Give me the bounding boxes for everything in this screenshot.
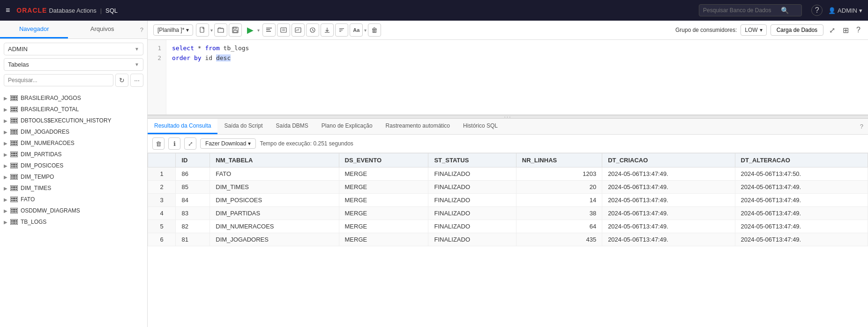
refresh-button[interactable]: ↻ — [115, 74, 128, 87]
download-result-button[interactable] — [321, 23, 334, 37]
new-file-button[interactable] — [196, 23, 209, 37]
cell-row-num: 6 — [148, 233, 176, 246]
sidebar-tab-navigator[interactable]: Navegador — [0, 21, 68, 38]
list-item[interactable]: ▶ DIM_NUMERACOES — [0, 137, 147, 149]
run-button[interactable]: ▶ — [245, 23, 256, 37]
table-row[interactable]: 2 85 DIM_TIMES MERGE FINALIZADO 20 2024-… — [148, 181, 868, 194]
grid-button[interactable]: ⊞ — [841, 25, 851, 36]
list-item[interactable]: ▶ DIM_TIMES — [0, 183, 147, 194]
tab-resultado-consulta[interactable]: Resultado da Consulta — [148, 119, 217, 134]
col-nr-linhas[interactable]: NR_LINHAS — [516, 153, 602, 167]
user-menu[interactable]: 👤 ADMIN ▾ — [828, 7, 862, 14]
table-row[interactable]: 3 84 DIM_POSICOES MERGE FINALIZADO 14 20… — [148, 194, 868, 207]
nav-actions: ? 👤 ADMIN ▾ — [811, 5, 862, 16]
more-options-button[interactable]: ··· — [130, 74, 143, 87]
sheet-dropdown[interactable]: [Planilha ]* ▾ — [153, 24, 193, 36]
data-table-container[interactable]: ID NM_TABELA DS_EVENTO ST_STATUS NR_LINH… — [148, 153, 868, 327]
list-item[interactable]: ▶ TB_LOGS — [0, 216, 147, 228]
table-name: DIM_TEMPO — [21, 174, 54, 180]
new-file-chevron-icon[interactable]: ▾ — [210, 28, 213, 33]
list-item[interactable]: ▶ OSDDMW_DIAGRAMS — [0, 205, 147, 216]
explain-button[interactable] — [277, 23, 290, 37]
consumer-group: Grupo de consumidores: LOW ▾ Carga de Da… — [675, 24, 862, 36]
cell-id: 82 — [176, 220, 210, 233]
table-row[interactable]: 6 81 DIM_JOGADORES MERGE FINALIZADO 435 … — [148, 233, 868, 246]
expand-button[interactable]: ⤢ — [827, 25, 837, 36]
sidebar-controls: ADMIN ▼ Tabelas ▼ ↻ ··· — [0, 39, 147, 91]
sidebar-help-button[interactable]: ? — [136, 21, 147, 38]
tab-saida-dbms[interactable]: Saída DBMS — [269, 119, 314, 134]
cell-st-status: FINALIZADO — [428, 233, 516, 246]
table-name: OSDDMW_DIAGRAMS — [21, 207, 80, 214]
action-buttons: Aa ▾ 🗑 — [262, 23, 381, 37]
list-item[interactable]: ▶ DIM_TEMPO — [0, 171, 147, 183]
table-row[interactable]: 1 86 FATO MERGE FINALIZADO 1203 2024-05-… — [148, 167, 868, 181]
col-id[interactable]: ID — [176, 153, 210, 167]
open-file-button[interactable] — [214, 23, 227, 37]
delete-button[interactable]: 🗑 — [368, 23, 381, 37]
sort-button[interactable] — [335, 23, 348, 37]
consumer-dropdown[interactable]: LOW ▾ — [741, 24, 766, 36]
cell-ds-evento: MERGE — [339, 194, 428, 207]
table-row[interactable]: 5 82 DIM_NUMERACOES MERGE FINALIZADO 64 … — [148, 220, 868, 233]
download-button[interactable]: Fazer Download ▾ — [200, 138, 256, 149]
format-button[interactable] — [262, 23, 276, 37]
text-size-icon: Aa — [353, 27, 359, 33]
cell-id: 81 — [176, 233, 210, 246]
table-icon — [10, 174, 18, 180]
code-editor[interactable]: 1 2 select * from tb_logs order by id de… — [148, 40, 868, 115]
toolbar-help-button[interactable]: ? — [854, 25, 862, 35]
expand-icon: ▶ — [4, 175, 7, 180]
save-button[interactable] — [229, 23, 242, 37]
cell-dt-criacao: 2024-05-06T13:47:49. — [602, 194, 735, 207]
run-chevron-icon[interactable]: ▾ — [257, 28, 260, 33]
list-item[interactable]: ▶ DBTOOLS$EXECUTION_HISTORY — [0, 115, 147, 126]
help-button[interactable]: ? — [811, 5, 823, 16]
resize-handle[interactable] — [148, 115, 868, 119]
sidebar-tab-files[interactable]: Arquivos — [68, 21, 136, 38]
col-dt-alteracao[interactable]: DT_ALTERACAO — [735, 153, 868, 167]
list-item[interactable]: ▶ BRASILEIRAO_JOGOS — [0, 92, 147, 104]
carga-dados-button[interactable]: Carga de Dados — [771, 24, 823, 36]
result-open-button[interactable]: ⤢ — [184, 137, 196, 150]
results-help-button[interactable]: ? — [855, 121, 868, 132]
result-delete-button[interactable]: 🗑 — [152, 137, 165, 150]
nav-separator: | — [100, 7, 102, 14]
hamburger-menu[interactable]: ≡ — [6, 6, 10, 15]
object-type-dropdown[interactable]: Tabelas ▼ — [4, 58, 143, 71]
cell-row-num: 3 — [148, 194, 176, 207]
list-item[interactable]: ▶ BRASILEIRAO_TOTAL — [0, 104, 147, 115]
col-nm-tabela[interactable]: NM_TABELA — [210, 153, 339, 167]
expand-icon: ▶ — [4, 152, 7, 157]
history-button[interactable] — [306, 23, 319, 37]
tab-plano-explicacao[interactable]: Plano de Explicação — [315, 119, 379, 134]
object-type-chevron-icon: ▼ — [135, 62, 139, 67]
list-item[interactable]: ▶ FATO — [0, 194, 147, 205]
results-panel: Resultado da Consulta Saída do Script Sa… — [148, 119, 868, 327]
tab-historico-sql[interactable]: Histórico SQL — [456, 119, 504, 134]
table-row[interactable]: 4 83 DIM_PARTIDAS MERGE FINALIZADO 38 20… — [148, 207, 868, 220]
schema-dropdown[interactable]: ADMIN ▼ — [4, 43, 143, 55]
line-numbers: 1 2 — [148, 40, 166, 114]
result-info-button[interactable]: ℹ — [168, 137, 180, 150]
autotrace-button[interactable] — [292, 23, 305, 37]
table-search-input[interactable] — [4, 74, 113, 86]
col-dt-criacao[interactable]: DT_CRIACAO — [602, 153, 735, 167]
col-ds-evento[interactable]: DS_EVENTO — [339, 153, 428, 167]
code-content[interactable]: select * from tb_logs order by id desc — [166, 40, 868, 114]
table-name: DBTOOLS$EXECUTION_HISTORY — [21, 117, 111, 124]
user-label: ADMIN — [838, 7, 857, 14]
table-icon — [10, 118, 18, 123]
tab-saida-script[interactable]: Saída do Script — [217, 119, 269, 134]
list-item[interactable]: ▶ DIM_PARTIDAS — [0, 149, 147, 160]
global-search-input[interactable] — [703, 7, 778, 14]
list-item[interactable]: ▶ DIM_POSICOES — [0, 160, 147, 171]
col-st-status[interactable]: ST_STATUS — [428, 153, 516, 167]
text-size-chevron-icon[interactable]: ▾ — [364, 28, 367, 33]
list-item[interactable]: ▶ DIM_JOGADORES — [0, 126, 147, 137]
table-name: TB_LOGS — [21, 219, 46, 225]
global-search[interactable]: 🔍 — [699, 4, 802, 16]
cell-dt-criacao: 2024-05-06T13:47:49. — [602, 181, 735, 194]
text-size-button[interactable]: Aa — [350, 23, 363, 37]
tab-rastreamento[interactable]: Rastreamento automático — [379, 119, 456, 134]
